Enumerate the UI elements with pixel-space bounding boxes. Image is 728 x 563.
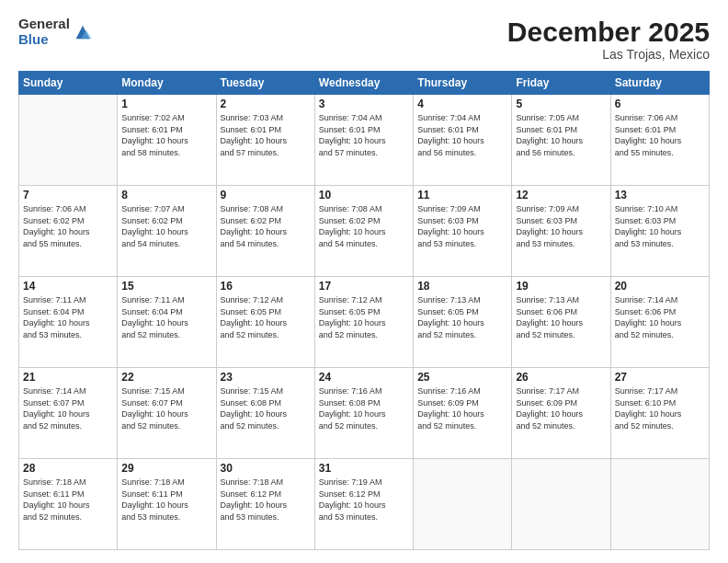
day-number: 17 (319, 280, 409, 293)
day-info: Sunrise: 7:18 AM Sunset: 6:11 PM Dayligh… (121, 477, 211, 523)
calendar-cell: 7Sunrise: 7:06 AM Sunset: 6:02 PM Daylig… (19, 186, 118, 277)
day-number: 14 (23, 280, 113, 293)
calendar-cell: 16Sunrise: 7:12 AM Sunset: 6:05 PM Dayli… (216, 277, 314, 368)
day-info: Sunrise: 7:02 AM Sunset: 6:01 PM Dayligh… (121, 112, 211, 158)
day-info: Sunrise: 7:09 AM Sunset: 6:03 PM Dayligh… (417, 203, 507, 249)
day-number: 3 (319, 98, 409, 110)
day-number: 27 (615, 371, 705, 384)
day-info: Sunrise: 7:13 AM Sunset: 6:05 PM Dayligh… (417, 294, 507, 340)
day-info: Sunrise: 7:12 AM Sunset: 6:05 PM Dayligh… (319, 294, 409, 340)
day-info: Sunrise: 7:04 AM Sunset: 6:01 PM Dayligh… (417, 112, 507, 158)
day-number: 2 (221, 98, 311, 110)
day-info: Sunrise: 7:18 AM Sunset: 6:11 PM Dayligh… (23, 477, 113, 523)
day-info: Sunrise: 7:03 AM Sunset: 6:01 PM Dayligh… (221, 112, 311, 158)
day-number: 9 (221, 189, 311, 201)
calendar-week-1: 1Sunrise: 7:02 AM Sunset: 6:01 PM Daylig… (19, 95, 710, 186)
day-number: 10 (319, 189, 409, 201)
calendar-cell: 27Sunrise: 7:17 AM Sunset: 6:10 PM Dayli… (610, 368, 709, 459)
day-info: Sunrise: 7:19 AM Sunset: 6:12 PM Dayligh… (319, 477, 409, 523)
day-number: 18 (417, 280, 507, 293)
day-number: 19 (516, 280, 606, 293)
day-number: 8 (121, 189, 211, 201)
day-info: Sunrise: 7:15 AM Sunset: 6:08 PM Dayligh… (221, 385, 311, 431)
day-info: Sunrise: 7:12 AM Sunset: 6:05 PM Dayligh… (221, 294, 311, 340)
calendar-header-friday: Friday (512, 72, 610, 95)
calendar-cell (610, 459, 709, 550)
calendar-cell: 25Sunrise: 7:16 AM Sunset: 6:09 PM Dayli… (414, 368, 512, 459)
day-info: Sunrise: 7:18 AM Sunset: 6:12 PM Dayligh… (221, 477, 311, 523)
calendar-cell: 4Sunrise: 7:04 AM Sunset: 6:01 PM Daylig… (414, 95, 512, 186)
calendar-cell: 20Sunrise: 7:14 AM Sunset: 6:06 PM Dayli… (610, 277, 709, 368)
calendar-header-wednesday: Wednesday (314, 72, 413, 95)
calendar-week-2: 7Sunrise: 7:06 AM Sunset: 6:02 PM Daylig… (19, 186, 710, 277)
calendar-cell: 21Sunrise: 7:14 AM Sunset: 6:07 PM Dayli… (19, 368, 118, 459)
day-number: 13 (615, 189, 705, 201)
calendar-header-saturday: Saturday (610, 72, 709, 95)
calendar-cell: 3Sunrise: 7:04 AM Sunset: 6:01 PM Daylig… (314, 95, 413, 186)
calendar-cell: 8Sunrise: 7:07 AM Sunset: 6:02 PM Daylig… (118, 186, 216, 277)
calendar-week-3: 14Sunrise: 7:11 AM Sunset: 6:04 PM Dayli… (19, 277, 710, 368)
day-number: 5 (516, 98, 606, 110)
calendar-cell: 22Sunrise: 7:15 AM Sunset: 6:07 PM Dayli… (118, 368, 216, 459)
calendar-cell: 13Sunrise: 7:10 AM Sunset: 6:03 PM Dayli… (610, 186, 709, 277)
day-number: 11 (417, 189, 507, 201)
day-number: 23 (221, 371, 311, 384)
day-number: 7 (23, 189, 113, 201)
day-info: Sunrise: 7:17 AM Sunset: 6:09 PM Dayligh… (516, 385, 606, 431)
day-number: 31 (319, 462, 409, 475)
day-info: Sunrise: 7:17 AM Sunset: 6:10 PM Dayligh… (615, 385, 705, 431)
calendar-cell: 10Sunrise: 7:08 AM Sunset: 6:02 PM Dayli… (314, 186, 413, 277)
day-number: 29 (121, 462, 211, 475)
calendar-cell: 5Sunrise: 7:05 AM Sunset: 6:01 PM Daylig… (512, 95, 610, 186)
title-area: December 2025 Las Trojas, Mexico (507, 17, 710, 62)
month-title: December 2025 (507, 17, 710, 47)
day-number: 22 (121, 371, 211, 384)
day-number: 24 (319, 371, 409, 384)
logo: General Blue (18, 17, 93, 47)
day-info: Sunrise: 7:16 AM Sunset: 6:08 PM Dayligh… (319, 385, 409, 431)
day-info: Sunrise: 7:06 AM Sunset: 6:01 PM Dayligh… (615, 112, 705, 158)
calendar-header-row: SundayMondayTuesdayWednesdayThursdayFrid… (19, 72, 710, 95)
calendar-cell: 29Sunrise: 7:18 AM Sunset: 6:11 PM Dayli… (118, 459, 216, 550)
day-info: Sunrise: 7:09 AM Sunset: 6:03 PM Dayligh… (516, 203, 606, 249)
calendar-cell: 9Sunrise: 7:08 AM Sunset: 6:02 PM Daylig… (216, 186, 314, 277)
day-info: Sunrise: 7:04 AM Sunset: 6:01 PM Dayligh… (319, 112, 409, 158)
day-info: Sunrise: 7:15 AM Sunset: 6:07 PM Dayligh… (121, 385, 211, 431)
logo-blue: Blue (18, 32, 70, 48)
day-info: Sunrise: 7:16 AM Sunset: 6:09 PM Dayligh… (417, 385, 507, 431)
logo-icon (73, 22, 93, 42)
day-number: 20 (615, 280, 705, 293)
day-info: Sunrise: 7:06 AM Sunset: 6:02 PM Dayligh… (23, 203, 113, 249)
day-number: 21 (23, 371, 113, 384)
calendar-cell: 2Sunrise: 7:03 AM Sunset: 6:01 PM Daylig… (216, 95, 314, 186)
calendar-cell: 11Sunrise: 7:09 AM Sunset: 6:03 PM Dayli… (414, 186, 512, 277)
day-info: Sunrise: 7:07 AM Sunset: 6:02 PM Dayligh… (121, 203, 211, 249)
calendar-table: SundayMondayTuesdayWednesdayThursdayFrid… (18, 71, 710, 550)
day-info: Sunrise: 7:11 AM Sunset: 6:04 PM Dayligh… (121, 294, 211, 340)
day-info: Sunrise: 7:14 AM Sunset: 6:06 PM Dayligh… (615, 294, 705, 340)
calendar-header-tuesday: Tuesday (216, 72, 314, 95)
calendar-cell: 26Sunrise: 7:17 AM Sunset: 6:09 PM Dayli… (512, 368, 610, 459)
day-number: 28 (23, 462, 113, 475)
calendar-cell: 6Sunrise: 7:06 AM Sunset: 6:01 PM Daylig… (610, 95, 709, 186)
day-info: Sunrise: 7:05 AM Sunset: 6:01 PM Dayligh… (516, 112, 606, 158)
calendar-header-sunday: Sunday (19, 72, 118, 95)
calendar-cell (414, 459, 512, 550)
day-info: Sunrise: 7:11 AM Sunset: 6:04 PM Dayligh… (23, 294, 113, 340)
calendar-cell: 18Sunrise: 7:13 AM Sunset: 6:05 PM Dayli… (414, 277, 512, 368)
day-number: 4 (417, 98, 507, 110)
day-number: 1 (121, 98, 211, 110)
calendar-cell: 12Sunrise: 7:09 AM Sunset: 6:03 PM Dayli… (512, 186, 610, 277)
day-number: 25 (417, 371, 507, 384)
day-info: Sunrise: 7:13 AM Sunset: 6:06 PM Dayligh… (516, 294, 606, 340)
day-number: 12 (516, 189, 606, 201)
location: Las Trojas, Mexico (507, 47, 710, 62)
calendar-cell: 30Sunrise: 7:18 AM Sunset: 6:12 PM Dayli… (216, 459, 314, 550)
calendar-cell: 19Sunrise: 7:13 AM Sunset: 6:06 PM Dayli… (512, 277, 610, 368)
calendar-cell: 1Sunrise: 7:02 AM Sunset: 6:01 PM Daylig… (118, 95, 216, 186)
header: General Blue December 2025 Las Trojas, M… (18, 17, 710, 62)
calendar-cell: 24Sunrise: 7:16 AM Sunset: 6:08 PM Dayli… (314, 368, 413, 459)
day-info: Sunrise: 7:08 AM Sunset: 6:02 PM Dayligh… (319, 203, 409, 249)
day-number: 16 (221, 280, 311, 293)
day-number: 15 (121, 280, 211, 293)
